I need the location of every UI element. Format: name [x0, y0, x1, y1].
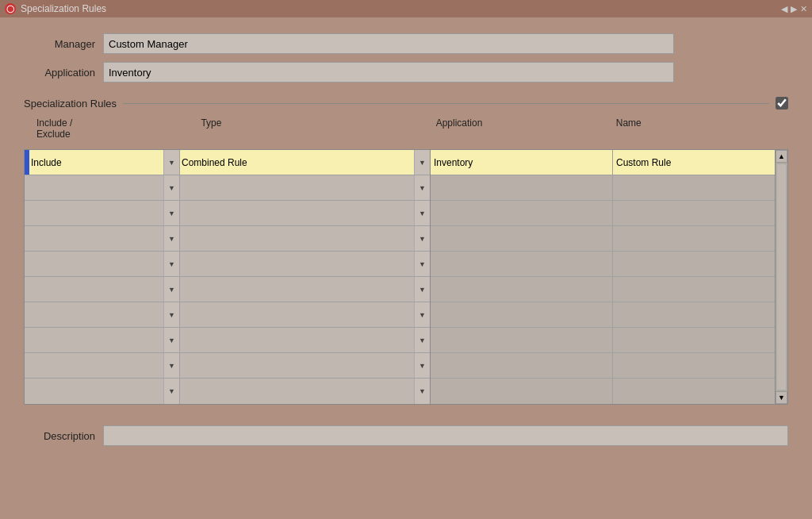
type-select-5[interactable]: [180, 252, 414, 276]
type-select-3[interactable]: [180, 201, 414, 225]
type-select-7[interactable]: [180, 302, 414, 327]
type-select-4[interactable]: [180, 226, 414, 251]
cell-application-5: [431, 252, 613, 276]
main-window: ◯ Specialization Rules ◀ ▶ ✕ Manager App…: [0, 0, 812, 519]
title-bar-buttons: ◀ ▶ ✕: [781, 4, 807, 14]
window-icon: ◯: [5, 3, 16, 14]
application-label: Application: [24, 67, 95, 79]
cell-inc-exc-1: Include Exclude ▼: [25, 150, 180, 175]
minimize-button[interactable]: ◀: [781, 4, 787, 14]
inc-exc-dropdown-arrow-3: ▼: [163, 201, 179, 225]
table-row: ▼ ▼: [25, 353, 430, 379]
table-row: ▼ ▼: [25, 328, 430, 353]
cell-application-8: [431, 328, 613, 352]
type-select-9[interactable]: [180, 353, 414, 378]
cell-name-10: [613, 379, 775, 404]
scrollbar-down-button[interactable]: ▼: [776, 391, 787, 404]
inc-exc-select-3[interactable]: [25, 201, 163, 225]
type-select-2[interactable]: [180, 175, 414, 200]
cell-inc-exc-3: ▼: [25, 201, 180, 225]
inc-exc-dropdown-arrow-5: ▼: [163, 252, 179, 276]
column-headers: Include /Exclude Type Application Name: [24, 117, 788, 140]
description-input[interactable]: [103, 425, 788, 446]
cell-inc-exc-6: ▼: [25, 277, 180, 302]
vertical-scrollbar[interactable]: ▲ ▼: [775, 150, 787, 404]
type-dropdown-arrow-5: ▼: [414, 252, 430, 276]
col-header-name: Name: [616, 117, 788, 140]
inc-exc-dropdown-arrow-6: ▼: [163, 277, 179, 302]
grid-right: Inventory Custom Rule: [431, 150, 787, 404]
cell-inc-exc-2: ▼: [25, 175, 180, 200]
cell-type-3: ▼: [180, 201, 430, 225]
cell-name-5: [613, 252, 775, 276]
cell-inc-exc-5: ▼: [25, 252, 180, 276]
type-dropdown-arrow-9: ▼: [414, 353, 430, 378]
inc-exc-select-8[interactable]: [25, 328, 163, 352]
cell-inc-exc-9: ▼: [25, 353, 180, 378]
section-checkbox[interactable]: [776, 97, 788, 110]
inc-exc-dropdown-arrow-4: ▼: [163, 226, 179, 251]
table-row: ▼ ▼: [25, 252, 430, 277]
inc-exc-select-7[interactable]: [25, 302, 163, 327]
type-dropdown-arrow-1: ▼: [414, 150, 430, 175]
inc-exc-select-10[interactable]: [25, 379, 163, 404]
inc-exc-select-9[interactable]: [25, 353, 163, 378]
table-row: [431, 226, 775, 252]
cell-application-9: [431, 353, 613, 378]
section-divider: [123, 103, 769, 104]
cell-type-7: ▼: [180, 302, 430, 327]
cell-type-2: ▼: [180, 175, 430, 200]
table-row: [431, 379, 775, 404]
type-select-8[interactable]: [180, 328, 414, 352]
table-row: [431, 277, 775, 302]
inc-exc-select-6[interactable]: [25, 277, 163, 302]
type-dropdown-arrow-3: ▼: [414, 201, 430, 225]
type-select-10[interactable]: [180, 379, 414, 404]
inc-exc-dropdown-arrow-9: ▼: [163, 353, 179, 378]
cell-inc-exc-4: ▼: [25, 226, 180, 251]
cell-inc-exc-10: ▼: [25, 379, 180, 404]
table-row: Inventory Custom Rule: [431, 150, 775, 175]
table-row: ▼ ▼: [25, 201, 430, 226]
inc-exc-dropdown-arrow-10: ▼: [163, 379, 179, 404]
maximize-button[interactable]: ▶: [791, 4, 797, 14]
cell-name-8: [613, 328, 775, 352]
type-select-1[interactable]: Combined Rule: [180, 150, 414, 175]
cell-name-2: [613, 175, 775, 200]
table-row: ▼ ▼: [25, 175, 430, 201]
cell-type-5: ▼: [180, 252, 430, 276]
manager-input[interactable]: [103, 33, 674, 54]
table-row: [431, 175, 775, 201]
table-row: [431, 201, 775, 226]
col-header-type: Type: [201, 117, 435, 140]
scrollbar-up-button[interactable]: ▲: [776, 150, 787, 163]
cell-name-9: [613, 353, 775, 378]
cell-name-6: [613, 277, 775, 302]
section-header: Specialization Rules: [24, 97, 788, 110]
cell-application-2: [431, 175, 613, 200]
cell-type-9: ▼: [180, 353, 430, 378]
type-dropdown-arrow-2: ▼: [414, 175, 430, 200]
table-row: ▼ ▼: [25, 302, 430, 328]
inc-exc-select-1[interactable]: Include Exclude: [29, 150, 163, 175]
inc-exc-select-5[interactable]: [25, 252, 163, 276]
cell-application-7: [431, 302, 613, 327]
table-row: [431, 353, 775, 379]
application-input[interactable]: [103, 62, 674, 83]
cell-name-4: [613, 226, 775, 251]
type-select-6[interactable]: [180, 277, 414, 302]
cell-type-4: ▼: [180, 226, 430, 251]
close-button[interactable]: ✕: [800, 4, 807, 14]
cell-application-4: [431, 226, 613, 251]
inc-exc-dropdown-arrow-2: ▼: [163, 175, 179, 200]
table-row: ▼ ▼: [25, 379, 430, 404]
table-row: [431, 302, 775, 328]
cell-type-8: ▼: [180, 328, 430, 352]
col-header-application: Application: [436, 117, 616, 140]
scrollbar-track[interactable]: [776, 163, 787, 390]
inc-exc-select-4[interactable]: [25, 226, 163, 251]
cell-type-1: Combined Rule ▼: [180, 150, 430, 175]
inc-exc-select-2[interactable]: [25, 175, 163, 200]
col-header-inc-exc: Include /Exclude: [36, 117, 201, 140]
manager-row: Manager: [24, 33, 788, 54]
